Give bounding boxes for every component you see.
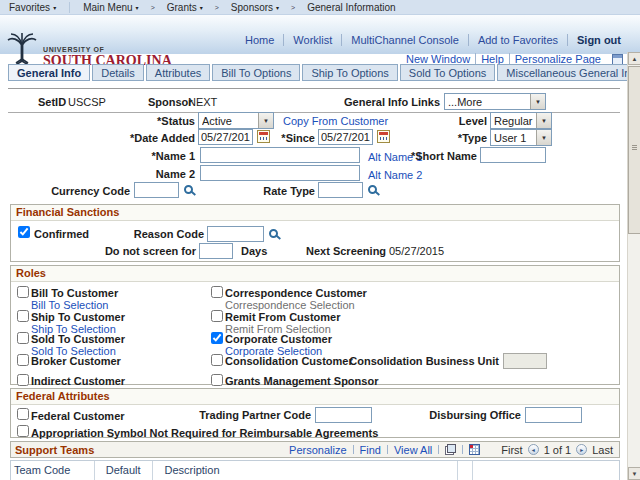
chevron-down-icon: ▾ xyxy=(53,4,56,11)
chevron-down-icon[interactable]: ▼ xyxy=(536,113,551,128)
financial-sanctions-section: Financial Sanctions Confirmed Reason Cod… xyxy=(10,204,620,262)
since-input[interactable] xyxy=(318,129,373,145)
download-grid-icon[interactable] xyxy=(469,444,480,455)
trading-partner-code-input[interactable] xyxy=(315,407,372,423)
alt-name2-link[interactable]: Alt Name 2 xyxy=(368,169,422,181)
tab-ship-to-options[interactable]: Ship To Options xyxy=(302,64,397,81)
reason-code-label: Reason Code xyxy=(96,228,204,240)
bill-to-selection-link[interactable]: Bill To Selection xyxy=(31,299,108,311)
level-value: Regular xyxy=(494,115,534,127)
rate-type-input[interactable] xyxy=(318,182,363,198)
column-header-description[interactable]: Description xyxy=(153,461,458,480)
correspondence-customer-checkbox[interactable] xyxy=(211,286,223,298)
grants-management-sponsor-label: Grants Management Sponsor xyxy=(225,375,378,387)
type-select[interactable]: User 1 ▼ xyxy=(490,129,552,146)
scroll-up-button[interactable]: ▲ xyxy=(628,52,640,65)
tab-attributes[interactable]: Attributes xyxy=(146,64,210,81)
window-icon[interactable] xyxy=(612,54,623,65)
support-teams-header: Support Teams Personalize Find View All … xyxy=(10,441,620,458)
zoom-grid-icon[interactable] xyxy=(445,444,456,455)
federal-customer-checkbox[interactable] xyxy=(17,408,29,420)
currency-code-input[interactable] xyxy=(134,182,179,198)
bill-to-customer-checkbox[interactable] xyxy=(17,286,29,298)
name2-input[interactable] xyxy=(200,165,360,181)
column-header-team-code[interactable]: Team Code xyxy=(11,461,95,480)
calendar-icon[interactable] xyxy=(377,130,390,143)
breadcrumb-item-main-menu[interactable]: Main Menu▾ xyxy=(74,0,147,15)
federal-attributes-title: Federal Attributes xyxy=(11,389,619,405)
confirmed-label: Confirmed xyxy=(34,228,89,240)
add-to-favorites-link[interactable]: Add to Favorites xyxy=(468,34,567,46)
favorites-menu[interactable]: Favorites▾ xyxy=(0,0,65,15)
trading-partner-code-label: Trading Partner Code xyxy=(166,409,311,421)
tab-miscellaneous-general-info[interactable]: Miscellaneous General Info xyxy=(497,64,640,81)
personalize-link[interactable]: Personalize xyxy=(284,444,351,456)
indirect-customer-checkbox[interactable] xyxy=(17,374,29,386)
disbursing-office-input[interactable] xyxy=(525,407,582,423)
tab-bill-to-options[interactable]: Bill To Options xyxy=(212,64,300,81)
breadcrumb-item-grants[interactable]: Grants▾ xyxy=(158,0,212,15)
grid-pagination: First ◄ 1 of 1 ► Last xyxy=(501,444,613,456)
previous-row-button[interactable]: ◄ xyxy=(528,444,539,455)
breadcrumb-separator: > xyxy=(288,4,298,11)
sign-out-link[interactable]: Sign out xyxy=(567,34,630,46)
consolidation-business-unit-input xyxy=(503,353,547,369)
scrollbar-thumb[interactable] xyxy=(628,66,640,234)
tab-sold-to-options[interactable]: Sold To Options xyxy=(400,64,495,81)
date-added-label: *Date Added xyxy=(95,132,195,144)
confirmed-checkbox[interactable] xyxy=(18,226,30,238)
vertical-scrollbar[interactable]: ▲ ▼ xyxy=(627,52,640,480)
remit-from-customer-checkbox[interactable] xyxy=(211,310,223,322)
palmetto-tree-icon xyxy=(6,32,38,68)
reason-code-input[interactable] xyxy=(207,226,264,242)
column-header-empty xyxy=(458,461,474,480)
short-name-input[interactable] xyxy=(480,147,546,163)
indirect-customer-label: Indirect Customer xyxy=(31,375,125,387)
breadcrumb-item-sponsors[interactable]: Sponsors▾ xyxy=(222,0,288,15)
column-header-default[interactable]: Default xyxy=(95,461,153,480)
since-label: *Since xyxy=(245,132,315,144)
status-select[interactable]: Active ▼ xyxy=(198,112,274,129)
general-info-links-select[interactable]: ...More ▼ xyxy=(444,93,546,110)
search-icon[interactable] xyxy=(368,185,377,194)
search-icon[interactable] xyxy=(269,229,278,238)
consolidation-customer-checkbox[interactable] xyxy=(211,354,223,366)
name1-input[interactable] xyxy=(200,147,360,163)
find-link[interactable]: Find xyxy=(355,444,386,456)
chevron-down-icon[interactable]: ▼ xyxy=(536,130,551,145)
support-teams-title: Support Teams xyxy=(11,444,94,456)
copy-from-customer-link[interactable]: Copy From Customer xyxy=(283,115,388,127)
header-band: UNIVERSITY OF SOUTH CAROLINA Home Workli… xyxy=(0,15,640,54)
worklist-link[interactable]: Worklist xyxy=(283,34,341,46)
search-icon[interactable] xyxy=(184,185,193,194)
support-teams-grid-header: Team Code Default Description xyxy=(10,460,620,480)
level-select[interactable]: Regular ▼ xyxy=(490,112,552,129)
tab-details[interactable]: Details xyxy=(92,64,144,81)
grid-toolbar: Personalize Find View All First ◄ 1 of 1… xyxy=(284,444,619,456)
federal-customer-label: Federal Customer xyxy=(31,410,125,422)
breadcrumb-separator: > xyxy=(148,4,158,11)
home-link[interactable]: Home xyxy=(236,34,283,46)
tab-general-info[interactable]: General Info xyxy=(8,64,90,81)
ship-to-customer-checkbox[interactable] xyxy=(17,310,29,322)
page-tabs: General Info Details Attributes Bill To … xyxy=(8,64,640,81)
scroll-down-button[interactable]: ▼ xyxy=(628,467,640,480)
ship-to-customer-label: Ship To Customer xyxy=(31,311,125,323)
divider xyxy=(387,445,388,454)
last-label: Last xyxy=(592,444,613,456)
short-name-label: *Short Name xyxy=(377,150,477,162)
corporate-customer-checkbox[interactable] xyxy=(211,332,223,344)
broker-customer-checkbox[interactable] xyxy=(17,354,29,366)
next-row-button[interactable]: ► xyxy=(576,444,587,455)
do-not-screen-label: Do not screen for xyxy=(86,245,196,257)
view-all-link[interactable]: View All xyxy=(389,444,437,456)
grants-management-sponsor-checkbox[interactable] xyxy=(211,374,223,386)
usc-logo: UNIVERSITY OF SOUTH CAROLINA xyxy=(6,32,172,68)
appropriation-symbol-checkbox[interactable] xyxy=(17,425,29,437)
sold-to-customer-checkbox[interactable] xyxy=(17,332,29,344)
divider xyxy=(438,445,439,454)
multichannel-console-link[interactable]: MultiChannel Console xyxy=(341,34,468,46)
chevron-down-icon[interactable]: ▼ xyxy=(258,113,273,128)
do-not-screen-input[interactable] xyxy=(199,243,233,259)
chevron-down-icon[interactable]: ▼ xyxy=(530,94,545,109)
